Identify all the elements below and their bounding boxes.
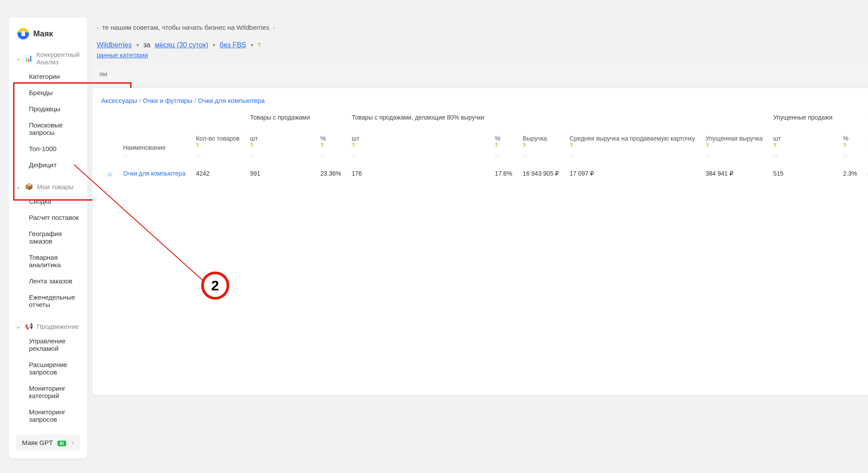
filter-fbs[interactable]: без FBS (220, 41, 246, 49)
nav-item-geo-orders[interactable]: География заказов (13, 226, 83, 249)
cell-qty: 4242 (191, 164, 245, 184)
nav-item-sellers[interactable]: Продавцы (13, 101, 83, 117)
nav-item-top1000[interactable]: Топ-1000 (13, 141, 83, 157)
favorite-star-icon[interactable]: ☆ (107, 170, 113, 178)
col-pct[interactable]: % (843, 134, 857, 142)
gpt-label: Маяк GPT (22, 439, 53, 446)
breadcrumb-item[interactable]: Очки и футляры (143, 97, 192, 104)
colgrp-missed: Упущенные продажи (773, 113, 832, 121)
chevron-down-icon: ▾ (213, 42, 215, 48)
nav-group-analysis: ⌄ 📊 Конкурентный Анализ Категории Бренды… (13, 48, 83, 173)
nav-item-ads-manage[interactable]: Управление рекламой (13, 333, 83, 357)
nav-group-promotion: ⌄ 📢 Продвижение Управление рекламой Расш… (13, 320, 83, 427)
chevron-down-icon: ⌄ (16, 55, 21, 62)
topbar: › те нашим советам, чтобы начать бизнес … (92, 18, 868, 37)
filter-period[interactable]: месяц (30 суток) (155, 41, 208, 49)
nav-head-label: Конкурентный Анализ (36, 51, 80, 66)
favorites-link-row: ранные категории (92, 49, 868, 66)
chevron-down-icon: ⌄ (16, 183, 21, 190)
nav-item-deficit[interactable]: Дефицит (13, 157, 83, 173)
subtabs-strip[interactable]: ям (92, 66, 868, 82)
nav-item-search-queries[interactable]: Поисковые запросы (13, 117, 83, 141)
logo[interactable]: Маяк (13, 25, 83, 48)
nav-head-analysis[interactable]: ⌄ 📊 Конкурентный Анализ (13, 48, 83, 68)
breadcrumb: Аксессуары / Очки и футляры / Очки для к… (101, 97, 265, 104)
nav-item-orders-feed[interactable]: Лента заказов (13, 273, 83, 289)
col-revenue[interactable]: Выручка (523, 134, 559, 142)
cell-sales-pcs: 991 (245, 164, 315, 184)
row-name-link[interactable]: Очки для компьютера (123, 170, 185, 177)
nav-item-weekly-reports[interactable]: Еженедельные отчеты (13, 289, 83, 313)
logo-icon (18, 28, 29, 39)
chevron-down-icon: ▾ (251, 42, 253, 48)
col-pcs[interactable]: шт (352, 134, 484, 142)
cell-sales-pct: 23.36% (315, 164, 346, 184)
nav-item-product-analytics[interactable]: Товарная аналитика (13, 249, 83, 273)
box-icon: 📦 (25, 183, 33, 191)
chevron-down-icon: ▾ (136, 42, 139, 48)
filter-marketplace[interactable]: Wildberries (97, 41, 132, 49)
table-row: ☆ Очки для компьютера 4242 991 23.36% 17… (101, 164, 868, 184)
sidebar: Маяк ⌄ 📊 Конкурентный Анализ Категории Б… (9, 18, 87, 459)
main-content: › те нашим советам, чтобы начать бизнес … (87, 18, 868, 464)
cell-missed-pcs: 515 (768, 164, 838, 184)
filter-bar: Wildberries ▾ за месяц (30 суток) ▾ без … (92, 37, 868, 49)
nav-head-mygoods[interactable]: ⌄ 📦 Мои товары (13, 180, 83, 193)
nav-item-cat-monitor[interactable]: Мониторинг категорий (13, 380, 83, 404)
breadcrumb-item[interactable]: Очки для компьютера (198, 97, 265, 104)
nav-head-label: Мои товары (37, 183, 74, 191)
chevron-right-icon: › (97, 24, 99, 31)
nav-item-query-expand[interactable]: Расширение запросов (13, 357, 83, 380)
cell-g80-pcs: 176 (346, 164, 489, 184)
cell-avg-rev: 17 097 ₽ (564, 164, 700, 184)
chevron-right-icon: › (72, 439, 74, 446)
category-table: Наименование↑↓ Кол-во товаров?↑↓ Товары … (101, 111, 868, 184)
colgrp-sales: Товары с продажами (250, 113, 309, 121)
col-name[interactable]: Наименование (123, 144, 185, 152)
col-pcs[interactable]: шт (773, 134, 832, 142)
nav-item-summary[interactable]: Сводка (13, 193, 83, 209)
breadcrumb-item[interactable]: Аксессуары (101, 97, 137, 104)
chevron-down-icon: ⌄ (16, 323, 21, 330)
ai-badge: AI (57, 441, 66, 446)
cell-rating-cat: 4.49 (862, 164, 868, 184)
tip-text: те нашим советам, чтобы начать бизнес на… (102, 24, 269, 31)
nav-item-brands[interactable]: Бренды (13, 85, 83, 101)
nav-item-categories[interactable]: Категории (13, 68, 83, 85)
megaphone-icon: 📢 (25, 322, 33, 330)
cell-missed-rev: 384 941 ₽ (700, 164, 768, 184)
col-pcs[interactable]: шт (250, 134, 309, 142)
cell-missed-pct: 2.3% (838, 164, 862, 184)
gpt-button[interactable]: Маяк GPT AI › (16, 434, 80, 451)
col-pct[interactable]: % (320, 134, 341, 142)
filter-period-prefix: за (143, 41, 150, 49)
cell-g80-pct: 17.8% (490, 164, 518, 184)
col-avg-rev[interactable]: Средняя выручка на продаваемую карточку (569, 134, 695, 142)
nav-group-mygoods: ⌄ 📦 Мои товары Сводка Расчет поставок Ге… (13, 180, 83, 313)
brand-name: Маяк (33, 29, 53, 39)
chart-icon: 📊 (25, 54, 33, 62)
table-scroll[interactable]: Наименование↑↓ Кол-во товаров?↑↓ Товары … (101, 111, 868, 184)
nav-item-supply-calc[interactable]: Расчет поставок (13, 209, 83, 226)
nav-head-label: Продвижение (37, 323, 79, 330)
tip-strip[interactable]: › те нашим советам, чтобы начать бизнес … (97, 24, 275, 31)
col-pct[interactable]: % (495, 134, 512, 142)
nav-head-promotion[interactable]: ⌄ 📢 Продвижение (13, 320, 83, 333)
chevron-right-icon: › (273, 24, 274, 31)
help-tooltip-icon[interactable]: ? (258, 42, 261, 48)
col-qty[interactable]: Кол-во товаров (196, 134, 240, 142)
favorites-link[interactable]: ранные категории (97, 52, 148, 59)
cell-revenue: 16 943 905 ₽ (517, 164, 564, 184)
colgrp-80: Товары с продажами, делающие 80% выручки (352, 113, 484, 121)
col-missed-rev[interactable]: Упущенная выручка (705, 134, 762, 142)
nav-item-query-monitor[interactable]: Мониторинг запросов (13, 404, 83, 427)
data-panel: Аксессуары / Очки и футляры / Очки для к… (92, 88, 868, 395)
